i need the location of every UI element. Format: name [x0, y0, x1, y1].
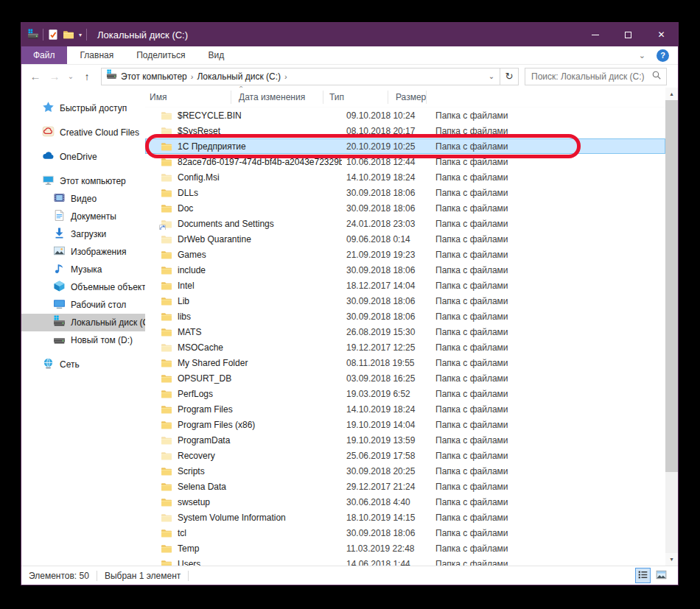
- sidebar-item-document[interactable]: Документы: [21, 208, 145, 225]
- recent-locations-icon[interactable]: ⌄: [64, 72, 77, 80]
- help-icon[interactable]: ?: [657, 49, 669, 62]
- details-view-button[interactable]: [635, 568, 651, 583]
- table-row[interactable]: My Shared Folder08.11.2018 19:55Папка с …: [145, 355, 665, 370]
- thumbnails-view-button[interactable]: [654, 568, 669, 583]
- ribbon-collapse-icon[interactable]: ⌄: [639, 51, 645, 60]
- dropdown-arrow-icon[interactable]: ▾: [78, 32, 83, 38]
- window-title: Локальный диск (C:): [97, 29, 188, 41]
- sidebar-item-music[interactable]: Музыка: [21, 261, 145, 278]
- table-row[interactable]: DLLs30.09.2018 18:06Папка с файлами: [145, 185, 665, 200]
- sidebar-item-picture[interactable]: Изображения: [21, 243, 145, 261]
- file-name: include: [178, 265, 206, 275]
- table-row[interactable]: libs30.09.2018 18:06Папка с файлами: [145, 309, 665, 324]
- column-header-размер[interactable]: Размер: [388, 91, 427, 104]
- minimize-button[interactable]: [578, 23, 612, 46]
- folder-icon[interactable]: [63, 29, 74, 41]
- maximize-button[interactable]: [612, 23, 645, 46]
- column-header-имя[interactable]: Имя: [145, 91, 231, 104]
- date-modified-cell: 18.10.2019 14:15: [342, 513, 428, 523]
- search-icon[interactable]: [651, 70, 662, 83]
- up-button[interactable]: ↑: [77, 71, 97, 82]
- file-name-cell: OPSURT_DB: [145, 373, 342, 384]
- table-row[interactable]: Config.Msi14.10.2019 18:24Папка с файлам…: [145, 169, 665, 185]
- chevron-right-icon: ›: [284, 72, 287, 81]
- sidebar-item-onedrive-cloud[interactable]: OneDrive: [21, 148, 145, 166]
- tab-главная[interactable]: Главная: [71, 46, 124, 64]
- table-row[interactable]: Doc30.09.2018 18:06Папка с файлами: [145, 200, 665, 216]
- file-name-cell: Program Files (x86): [145, 419, 342, 431]
- table-row[interactable]: include30.09.2018 18:06Папка с файлами: [145, 262, 665, 278]
- sidebar-item-network[interactable]: Сеть: [21, 356, 145, 373]
- table-row[interactable]: PerfLogs19.03.2019 6:52Папка с файлами: [145, 386, 665, 401]
- table-row[interactable]: 1С Предприятие20.10.2019 10:25Папка с фа…: [145, 138, 665, 154]
- table-row[interactable]: Program Files14.10.2019 18:24Папка с фай…: [145, 401, 665, 417]
- back-button[interactable]: ←: [26, 70, 45, 82]
- tab-вид[interactable]: Вид: [198, 46, 234, 64]
- table-row[interactable]: Lib30.09.2018 18:06Папка с файлами: [145, 293, 665, 309]
- file-name: Intel: [178, 281, 195, 291]
- sidebar-item-download[interactable]: Загрузки: [21, 225, 145, 243]
- table-row[interactable]: MSOCache19.12.2017 12:25Папка с файлами: [145, 339, 665, 355]
- table-row[interactable]: $SysReset08.10.2018 20:17Папка с файлами: [145, 123, 665, 138]
- tab-поделиться[interactable]: Поделиться: [127, 46, 195, 64]
- breadcrumb[interactable]: Этот компьютер›Локальный диск (C:)› ⌄: [101, 68, 500, 85]
- refresh-button[interactable]: ↻: [500, 68, 519, 85]
- folder-icon: [161, 465, 172, 477]
- table-row[interactable]: OPSURT_DB03.09.2018 16:25Папка с файлами: [145, 370, 665, 386]
- file-name: Scripts: [178, 466, 205, 476]
- table-row[interactable]: Temp11.03.2019 22:48Папка с файлами: [145, 541, 665, 556]
- sort-ascending-icon[interactable]: ˆ: [239, 85, 242, 96]
- date-modified-cell: 30.09.2018 18:06: [342, 311, 428, 322]
- scroll-down-icon[interactable]: ▾: [665, 553, 678, 566]
- vertical-scrollbar[interactable]: ▴ ▾: [665, 88, 678, 566]
- address-dropdown-icon[interactable]: ⌄: [483, 72, 500, 80]
- column-header-дата изменения[interactable]: Дата изменения: [231, 91, 323, 104]
- table-row[interactable]: Games21.09.2019 19:23Папка с файлами: [145, 247, 665, 262]
- folder-icon: [161, 558, 172, 566]
- table-row[interactable]: Selena Data29.12.2017 21:24Папка с файла…: [145, 479, 665, 494]
- forward-button[interactable]: →: [45, 70, 64, 82]
- table-row[interactable]: tcl30.09.2018 18:06Папка с файлами: [145, 525, 665, 541]
- table-row[interactable]: System Volume Information18.10.2019 14:1…: [145, 510, 665, 525]
- table-row[interactable]: DrWeb Quarantine09.06.2018 0:14Папка с ф…: [145, 231, 665, 247]
- type-cell: Папка с файлами: [428, 250, 520, 260]
- sidebar-item-video[interactable]: Видео: [21, 190, 145, 208]
- scrollbar-track[interactable]: [665, 472, 678, 553]
- properties-check-icon[interactable]: [47, 29, 59, 41]
- type-cell: Папка с файлами: [428, 296, 520, 306]
- table-row[interactable]: Intel18.12.2017 14:04Папка с файлами: [145, 278, 665, 293]
- type-cell: Папка с файлами: [428, 188, 520, 198]
- table-row[interactable]: Scripts30.09.2018 20:25Папка с файлами: [145, 463, 665, 479]
- table-row[interactable]: Program Files (x86)19.10.2019 14:04Папка…: [145, 417, 665, 432]
- table-row[interactable]: $RECYCLE.BIN09.10.2018 10:24Папка с файл…: [145, 108, 665, 123]
- table-row[interactable]: Documents and Settings24.01.2018 23:03Па…: [145, 216, 665, 231]
- table-row[interactable]: ProgramData19.10.2019 13:59Папка с файла…: [145, 432, 665, 448]
- folder-icon: [161, 373, 172, 384]
- close-button[interactable]: ✕: [645, 23, 678, 46]
- table-row[interactable]: Recovery25.06.2019 17:58Папка с файлами: [145, 448, 665, 463]
- breadcrumb-segment[interactable]: Локальный диск (C:): [193, 71, 284, 82]
- sidebar-item-drive-c[interactable]: Локальный диск (C: [21, 314, 145, 331]
- column-header-тип[interactable]: Тип: [323, 91, 388, 104]
- date-modified-cell: 03.09.2018 16:25: [342, 373, 428, 384]
- sidebar-item-drive[interactable]: Новый том (D:): [21, 331, 145, 349]
- table-row[interactable]: 82ace7d6-0197-474d-bf4b-a2043e72329b10.0…: [145, 154, 665, 169]
- sidebar-item-star[interactable]: Быстрый доступ: [21, 99, 145, 117]
- table-row[interactable]: Users14.06.2018 1:44Папка с файлами: [145, 556, 665, 566]
- sidebar-item-desktop[interactable]: Рабочий стол: [21, 296, 145, 314]
- sidebar-item-cube[interactable]: Объемные объект: [21, 278, 145, 296]
- sidebar-item-creative-cloud[interactable]: Creative Cloud Files: [21, 124, 145, 141]
- sidebar-item-computer[interactable]: Этот компьютер: [21, 172, 145, 190]
- table-row[interactable]: swsetup30.06.2018 4:40Папка с файлами: [145, 494, 665, 510]
- type-cell: Папка с файлами: [428, 373, 520, 384]
- sidebar-item-label: Новый том (D:): [71, 335, 133, 345]
- search-input[interactable]: Поиск: Локальный диск (C:): [525, 68, 667, 85]
- scrollbar-thumb[interactable]: [665, 100, 678, 472]
- table-row[interactable]: MATS26.08.2019 15:30Папка с файлами: [145, 324, 665, 339]
- scroll-up-icon[interactable]: ▴: [665, 88, 678, 100]
- details-view-icon: [637, 569, 648, 582]
- computer-icon: [42, 174, 55, 189]
- breadcrumb-segment[interactable]: Этот компьютер: [117, 71, 191, 82]
- file-name-cell: $RECYCLE.BIN: [145, 110, 342, 122]
- tab-файл[interactable]: Файл: [21, 46, 67, 64]
